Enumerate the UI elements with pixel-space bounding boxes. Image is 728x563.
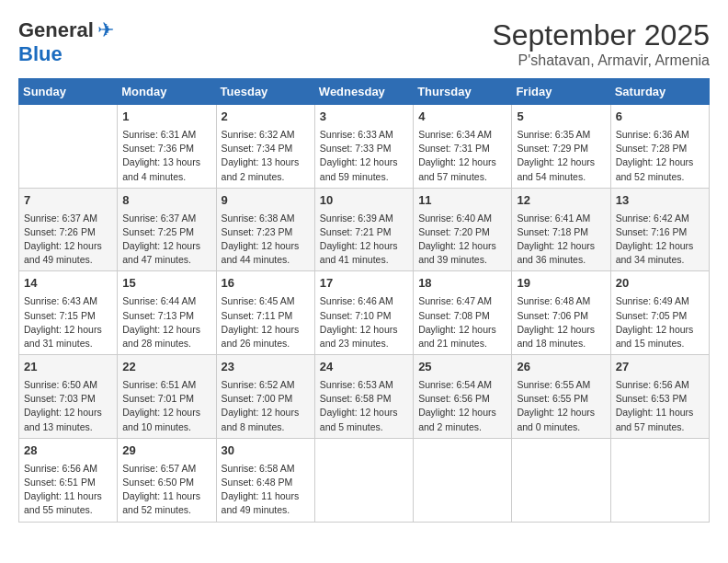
day-info: Sunrise: 6:53 AMSunset: 6:58 PMDaylight:… — [320, 378, 408, 434]
calendar-cell: 18Sunrise: 6:47 AMSunset: 7:08 PMDayligh… — [414, 271, 512, 355]
day-info: Sunrise: 6:55 AMSunset: 6:55 PMDaylight:… — [517, 378, 605, 434]
calendar-week-1: 1Sunrise: 6:31 AMSunset: 7:36 PMDaylight… — [19, 105, 710, 189]
calendar-cell: 12Sunrise: 6:41 AMSunset: 7:18 PMDayligh… — [512, 188, 610, 271]
calendar-cell: 22Sunrise: 6:51 AMSunset: 7:01 PMDayligh… — [118, 355, 216, 439]
day-number: 27 — [616, 359, 704, 376]
calendar-cell: 17Sunrise: 6:46 AMSunset: 7:10 PMDayligh… — [314, 271, 413, 355]
calendar-week-3: 14Sunrise: 6:43 AMSunset: 7:15 PMDayligh… — [19, 271, 710, 355]
day-info: Sunrise: 6:40 AMSunset: 7:20 PMDaylight:… — [418, 212, 506, 268]
calendar-cell: 4Sunrise: 6:34 AMSunset: 7:31 PMDaylight… — [414, 105, 512, 189]
calendar-week-4: 21Sunrise: 6:50 AMSunset: 7:03 PMDayligh… — [19, 355, 710, 439]
calendar-cell: 26Sunrise: 6:55 AMSunset: 6:55 PMDayligh… — [512, 355, 610, 439]
calendar-cell — [19, 105, 118, 189]
day-number: 30 — [222, 442, 310, 460]
calendar-cell: 10Sunrise: 6:39 AMSunset: 7:21 PMDayligh… — [314, 188, 413, 271]
calendar-cell: 11Sunrise: 6:40 AMSunset: 7:20 PMDayligh… — [414, 188, 512, 271]
location-title: P'shatavan, Armavir, Armenia — [492, 52, 710, 69]
calendar-cell — [414, 438, 512, 522]
day-info: Sunrise: 6:34 AMSunset: 7:31 PMDaylight:… — [418, 128, 506, 184]
day-info: Sunrise: 6:31 AMSunset: 7:36 PMDaylight:… — [122, 128, 210, 184]
column-header-monday: Monday — [118, 79, 216, 105]
day-info: Sunrise: 6:56 AMSunset: 6:53 PMDaylight:… — [616, 378, 704, 434]
day-info: Sunrise: 6:54 AMSunset: 6:56 PMDaylight:… — [418, 378, 506, 434]
calendar-cell: 28Sunrise: 6:56 AMSunset: 6:51 PMDayligh… — [19, 438, 118, 522]
calendar-cell: 29Sunrise: 6:57 AMSunset: 6:50 PMDayligh… — [118, 438, 216, 522]
day-info: Sunrise: 6:49 AMSunset: 7:05 PMDaylight:… — [616, 294, 704, 350]
calendar-cell: 25Sunrise: 6:54 AMSunset: 6:56 PMDayligh… — [414, 355, 512, 439]
calendar-cell: 27Sunrise: 6:56 AMSunset: 6:53 PMDayligh… — [610, 355, 709, 439]
day-info: Sunrise: 6:57 AMSunset: 6:50 PMDaylight:… — [122, 462, 210, 518]
calendar-cell: 16Sunrise: 6:45 AMSunset: 7:11 PMDayligh… — [216, 271, 314, 355]
day-number: 4 — [418, 109, 506, 126]
day-info: Sunrise: 6:42 AMSunset: 7:16 PMDaylight:… — [616, 212, 704, 268]
calendar-cell: 24Sunrise: 6:53 AMSunset: 6:58 PMDayligh… — [314, 355, 413, 439]
day-info: Sunrise: 6:56 AMSunset: 6:51 PMDaylight:… — [24, 462, 112, 518]
day-number: 20 — [616, 275, 704, 293]
calendar-cell: 15Sunrise: 6:44 AMSunset: 7:13 PMDayligh… — [118, 271, 216, 355]
logo-text-blue: Blue — [18, 42, 63, 66]
day-number: 7 — [24, 192, 112, 210]
day-number: 24 — [320, 359, 408, 376]
day-number: 3 — [320, 109, 408, 126]
day-info: Sunrise: 6:50 AMSunset: 7:03 PMDaylight:… — [24, 378, 112, 434]
calendar-cell: 7Sunrise: 6:37 AMSunset: 7:26 PMDaylight… — [19, 188, 118, 271]
day-info: Sunrise: 6:48 AMSunset: 7:06 PMDaylight:… — [517, 294, 605, 350]
calendar-cell: 23Sunrise: 6:52 AMSunset: 7:00 PMDayligh… — [216, 355, 314, 439]
day-info: Sunrise: 6:37 AMSunset: 7:26 PMDaylight:… — [24, 212, 112, 268]
column-header-sunday: Sunday — [19, 79, 118, 105]
calendar-cell: 3Sunrise: 6:33 AMSunset: 7:33 PMDaylight… — [314, 105, 413, 189]
calendar-cell — [314, 438, 413, 522]
day-number: 10 — [320, 192, 408, 210]
column-header-friday: Friday — [512, 79, 610, 105]
day-number: 15 — [122, 275, 210, 293]
column-header-tuesday: Tuesday — [216, 79, 314, 105]
day-number: 11 — [418, 192, 506, 210]
day-info: Sunrise: 6:39 AMSunset: 7:21 PMDaylight:… — [320, 212, 408, 268]
calendar-week-5: 28Sunrise: 6:56 AMSunset: 6:51 PMDayligh… — [19, 438, 710, 522]
day-info: Sunrise: 6:52 AMSunset: 7:00 PMDaylight:… — [222, 378, 310, 434]
day-info: Sunrise: 6:45 AMSunset: 7:11 PMDaylight:… — [222, 294, 310, 350]
day-info: Sunrise: 6:47 AMSunset: 7:08 PMDaylight:… — [418, 294, 506, 350]
column-header-thursday: Thursday — [414, 79, 512, 105]
day-number: 9 — [222, 192, 310, 210]
calendar-cell: 20Sunrise: 6:49 AMSunset: 7:05 PMDayligh… — [610, 271, 709, 355]
logo-bird-icon: ✈ — [97, 18, 114, 42]
day-info: Sunrise: 6:46 AMSunset: 7:10 PMDaylight:… — [320, 294, 408, 350]
day-number: 28 — [24, 442, 112, 460]
day-info: Sunrise: 6:41 AMSunset: 7:18 PMDaylight:… — [517, 212, 605, 268]
calendar-table: SundayMondayTuesdayWednesdayThursdayFrid… — [18, 78, 710, 523]
calendar-cell: 30Sunrise: 6:58 AMSunset: 6:48 PMDayligh… — [216, 438, 314, 522]
day-number: 25 — [418, 359, 506, 376]
page-header: General ✈ Blue September 2025 P'shatavan… — [18, 18, 710, 69]
calendar-cell: 2Sunrise: 6:32 AMSunset: 7:34 PMDaylight… — [216, 105, 314, 189]
day-info: Sunrise: 6:44 AMSunset: 7:13 PMDaylight:… — [122, 294, 210, 350]
day-number: 1 — [122, 109, 210, 126]
calendar-cell: 6Sunrise: 6:36 AMSunset: 7:28 PMDaylight… — [610, 105, 709, 189]
day-number: 8 — [122, 192, 210, 210]
calendar-body: 1Sunrise: 6:31 AMSunset: 7:36 PMDaylight… — [19, 105, 710, 523]
day-info: Sunrise: 6:36 AMSunset: 7:28 PMDaylight:… — [616, 128, 704, 184]
calendar-cell — [610, 438, 709, 522]
day-info: Sunrise: 6:43 AMSunset: 7:15 PMDaylight:… — [24, 294, 112, 350]
day-number: 19 — [517, 275, 605, 293]
day-number: 26 — [517, 359, 605, 376]
calendar-cell: 13Sunrise: 6:42 AMSunset: 7:16 PMDayligh… — [610, 188, 709, 271]
day-info: Sunrise: 6:58 AMSunset: 6:48 PMDaylight:… — [222, 462, 310, 518]
calendar-cell: 19Sunrise: 6:48 AMSunset: 7:06 PMDayligh… — [512, 271, 610, 355]
calendar-cell: 1Sunrise: 6:31 AMSunset: 7:36 PMDaylight… — [118, 105, 216, 189]
day-number: 14 — [24, 275, 112, 293]
calendar-cell: 9Sunrise: 6:38 AMSunset: 7:23 PMDaylight… — [216, 188, 314, 271]
day-number: 13 — [616, 192, 704, 210]
day-number: 17 — [320, 275, 408, 293]
calendar-cell: 8Sunrise: 6:37 AMSunset: 7:25 PMDaylight… — [118, 188, 216, 271]
day-number: 2 — [222, 109, 310, 126]
day-number: 29 — [122, 442, 210, 460]
calendar-cell: 5Sunrise: 6:35 AMSunset: 7:29 PMDaylight… — [512, 105, 610, 189]
day-info: Sunrise: 6:32 AMSunset: 7:34 PMDaylight:… — [222, 128, 310, 184]
day-number: 6 — [616, 109, 704, 126]
calendar-cell — [512, 438, 610, 522]
day-number: 18 — [418, 275, 506, 293]
day-info: Sunrise: 6:37 AMSunset: 7:25 PMDaylight:… — [122, 212, 210, 268]
day-number: 21 — [24, 359, 112, 376]
day-info: Sunrise: 6:38 AMSunset: 7:23 PMDaylight:… — [222, 212, 310, 268]
